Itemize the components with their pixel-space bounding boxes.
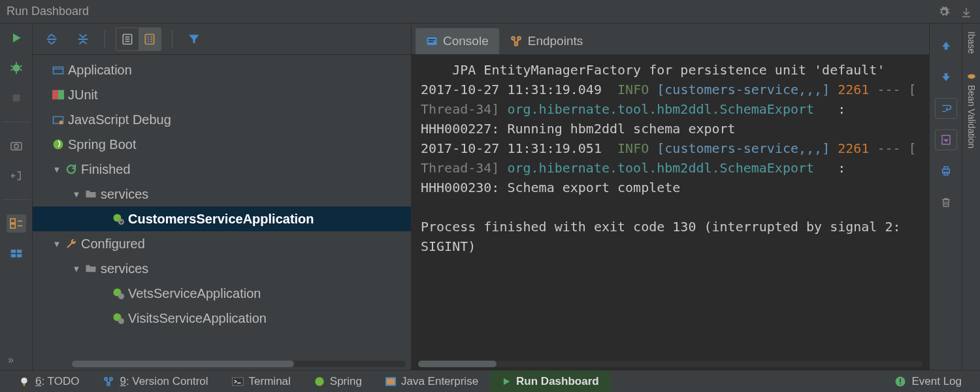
sidetab-bean-validation[interactable]: Bean Validation [966,69,977,151]
svg-rect-1 [12,95,20,102]
restart-icon [63,163,80,175]
tree-item-configured[interactable]: ▼ Configured [33,231,411,256]
tab-label: Console [443,34,489,48]
tree-item-services-configured[interactable]: ▼ services [33,256,411,281]
debug-icon[interactable] [7,59,26,77]
svg-point-35 [21,378,27,384]
overflow-icon[interactable]: » [8,354,15,366]
svg-point-0 [12,65,20,72]
tree-label: VetsServiceApplication [127,286,261,301]
sb-spring[interactable]: Spring [302,370,374,392]
hide-icon[interactable] [959,5,973,19]
svg-rect-4 [10,219,15,223]
svg-rect-8 [10,254,16,257]
trash-icon[interactable] [935,192,957,213]
tree-label: Spring Boot [67,137,137,152]
tree-item-services-finished[interactable]: ▼ services [33,182,411,206]
svg-rect-36 [24,383,25,385]
terminal-icon [232,377,244,386]
tree-label: Configured [80,237,145,252]
svg-point-34 [968,74,975,79]
sb-todo[interactable]: 6: TODO [7,370,91,392]
tree-item-springboot[interactable]: Spring Boot [33,132,411,157]
console-hscrollbar[interactable] [418,361,923,367]
todo-icon [18,376,30,387]
svg-rect-6 [10,250,16,253]
tree-label: Application [67,63,132,78]
console-icon [426,36,438,46]
run-config-tree[interactable]: Application JUnit JavaScript Debug Sprin… [33,55,411,361]
stop-icon[interactable] [7,89,26,107]
javaee-icon [385,377,396,386]
branch-icon [103,376,114,387]
package-icon [50,65,67,75]
layout-icon[interactable] [7,214,26,233]
chevron-down-icon: ▼ [51,239,63,249]
svg-point-21 [118,293,124,299]
sb-javaee[interactable]: Java Enterprise [374,370,490,392]
right-side-tabs: Ibase Bean Validation [962,24,980,370]
junit-icon [50,90,67,100]
tree-item-vets-app[interactable]: VetsServiceApplication [33,281,411,306]
svg-rect-40 [232,378,243,385]
collapse-all-icon[interactable] [72,28,94,50]
svg-rect-46 [900,384,902,385]
svg-rect-14 [58,90,64,99]
spring-run-icon [110,287,127,299]
list-view-icon[interactable] [116,28,139,50]
tree-label: VisitsServiceApplication [127,311,267,326]
tree-toolbar [33,24,411,55]
svg-point-41 [315,377,323,385]
tree-item-jsdebug[interactable]: JavaScript Debug [33,107,411,132]
svg-point-23 [118,318,124,324]
sb-terminal[interactable]: Terminal [220,370,302,392]
stack-icon[interactable] [7,244,26,263]
view-mode-group [116,27,161,51]
exit-icon[interactable] [7,167,26,185]
svg-point-3 [14,144,18,148]
soft-wrap-icon[interactable] [935,98,957,119]
titlebar: Run Dashboard [0,0,980,24]
arrow-down-icon[interactable] [935,67,957,88]
endpoints-icon [510,35,523,47]
tree-label: JUnit [67,88,98,103]
svg-rect-12 [54,67,63,74]
tree-item-finished[interactable]: ▼ Finished [33,157,411,182]
tree-item-customers-app[interactable]: CustomersServiceApplication [33,206,411,231]
camera-icon[interactable] [7,137,26,155]
scroll-to-end-icon[interactable] [935,129,957,150]
folder-icon [82,189,99,199]
svg-point-19 [118,219,124,225]
spring-icon [50,139,67,150]
tree-label: JavaScript Debug [67,112,171,127]
console-output[interactable]: JPA EntityManagerFactory for persistence… [412,55,929,361]
expand-all-icon[interactable] [41,28,63,50]
statusbar: 6: TODO 9: Version Control Terminal Spri… [0,370,980,392]
tree-hscrollbar[interactable] [72,361,406,367]
chevron-down-icon: ▼ [71,189,82,199]
sidetab-ibase[interactable]: Ibase [966,29,977,56]
tree-item-junit[interactable]: JUnit [33,82,411,107]
tree-item-application[interactable]: Application [33,57,411,82]
console-pane: Console Endpoints JPA EntityManagerFacto… [412,24,929,370]
print-icon[interactable] [935,161,957,182]
filter-icon[interactable] [183,28,205,50]
left-action-column: » [0,24,33,370]
gear-icon[interactable] [937,5,951,19]
spring-run-icon [110,213,127,225]
sb-run-dashboard[interactable]: Run Dashboard [490,370,611,392]
tab-console[interactable]: Console [416,28,499,54]
run-button[interactable] [7,29,26,47]
folder-icon [82,264,99,273]
tree-item-visits-app[interactable]: VisitsServiceApplication [33,306,411,331]
right-action-column [929,24,962,370]
sb-event-log[interactable]: Event Log [883,370,973,392]
tab-endpoints[interactable]: Endpoints [499,28,594,54]
svg-rect-5 [10,224,15,228]
arrow-up-icon[interactable] [935,35,957,56]
tree-view-icon[interactable] [139,28,161,50]
sb-vcs[interactable]: 9: Version Control [91,370,220,392]
tree-label: services [99,261,148,276]
svg-rect-32 [944,167,948,169]
chevron-down-icon: ▼ [71,264,82,274]
